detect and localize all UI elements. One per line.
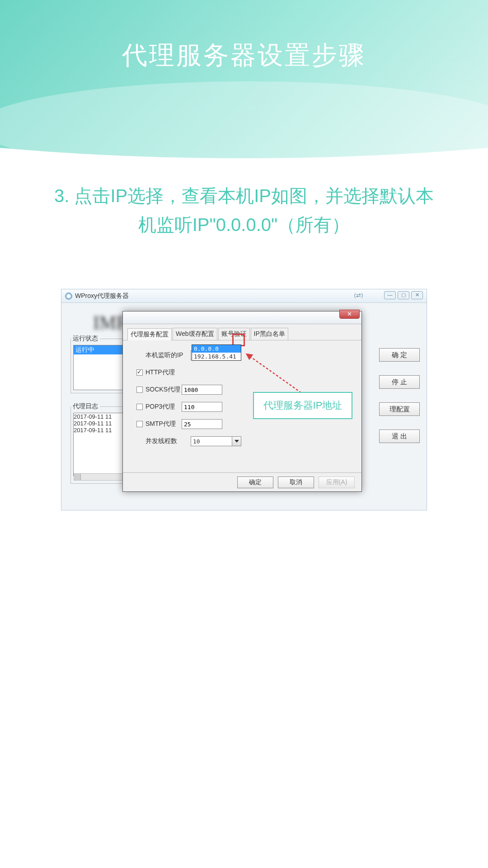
row-listen-ip: 本机监听的IP 0.0.0.0 <box>136 349 348 361</box>
dialog-close-button[interactable]: ✕ <box>339 310 360 319</box>
socks-port-input[interactable] <box>182 385 222 395</box>
maximize-button[interactable]: ▢ <box>398 291 409 299</box>
ip-option-all[interactable]: 0.0.0.0 <box>192 345 241 353</box>
log-entry: 2017-09-11 11 <box>74 427 126 434</box>
dialog-ok-button[interactable]: 确定 <box>237 476 273 488</box>
threads-select[interactable]: 10 <box>191 436 241 446</box>
pop3-port-input[interactable] <box>182 402 222 412</box>
smtp-checkbox[interactable] <box>136 421 143 427</box>
pop3-label: POP3代理 <box>145 403 182 411</box>
tab-ip-list[interactable]: IP黑白名单 <box>251 328 288 340</box>
ip-option-local[interactable]: 192.168.5.41 <box>192 353 241 360</box>
ok-button[interactable]: 确 定 <box>379 348 420 362</box>
screenshot-wproxy-window: WProxy代理服务器 ⟨⇄⟩ — ▢ ✕ IMFirewall 运行状态 运行… <box>61 289 427 510</box>
minimize-button[interactable]: — <box>384 291 396 299</box>
ip-dropdown-list[interactable]: 0.0.0.0 192.168.5.41 <box>192 344 241 361</box>
threads-value: 10 <box>191 438 232 445</box>
tab-proxy-config[interactable]: 代理服务配置 <box>127 328 172 340</box>
status-listbox[interactable]: 运行中 <box>73 345 127 390</box>
row-threads: 并发线程数 10 <box>136 435 348 447</box>
dialog-footer: 确定 取消 应用(A) <box>123 472 361 491</box>
window-title: WProxy代理服务器 <box>75 292 129 300</box>
tab-account-auth[interactable]: 账号验证 <box>218 328 250 340</box>
settings-dialog: ✕ 代理服务配置 Web缓存配置 账号验证 IP黑白名单 本机监听的IP 0.0… <box>122 311 362 492</box>
log-entry: 2017-09-11 11 <box>74 420 126 427</box>
page-title: 代理服务器设置步骤 <box>0 0 488 73</box>
dialog-tabs: 代理服务配置 Web缓存配置 账号验证 IP黑白名单 <box>123 324 361 340</box>
row-smtp-proxy: SMTP代理 <box>136 418 348 430</box>
row-http-proxy: HTTP代理 <box>136 367 348 378</box>
smtp-label: SMTP代理 <box>145 420 182 428</box>
app-icon <box>65 292 72 300</box>
toolbar-link-icon[interactable]: ⟨⇄⟩ <box>354 292 363 299</box>
socks-checkbox[interactable] <box>136 387 143 393</box>
status-legend: 运行状态 <box>71 335 100 343</box>
threads-label: 并发线程数 <box>145 437 191 445</box>
socks-label: SOCKS代理 <box>145 386 182 394</box>
stop-button[interactable]: 停 止 <box>379 375 420 389</box>
log-entry: 2017-09-11 11 <box>74 413 126 420</box>
close-window-button[interactable]: ✕ <box>411 291 423 299</box>
log-legend: 代理日志 <box>71 402 100 410</box>
dialog-titlebar[interactable]: ✕ <box>123 311 361 324</box>
side-button-panel: 确 定 停 止 理配置 退 出 <box>379 348 420 443</box>
window-titlebar[interactable]: WProxy代理服务器 ⟨⇄⟩ — ▢ ✕ <box>61 289 427 303</box>
http-label: HTTP代理 <box>145 368 182 377</box>
dialog-apply-button: 应用(A) <box>319 476 355 488</box>
tab-web-cache[interactable]: Web缓存配置 <box>173 328 217 340</box>
status-item-running[interactable]: 运行中 <box>74 345 126 354</box>
smtp-port-input[interactable] <box>182 419 222 429</box>
scrollbar-thumb[interactable] <box>74 474 81 480</box>
exit-button[interactable]: 退 出 <box>379 429 420 443</box>
http-checkbox[interactable] <box>136 369 143 376</box>
status-fieldset: 运行状态 运行中 <box>70 335 129 393</box>
config-button[interactable]: 理配置 <box>379 402 420 416</box>
dialog-cancel-button[interactable]: 取消 <box>278 476 314 488</box>
listen-ip-label: 本机监听的IP <box>145 351 191 359</box>
horizontal-scrollbar[interactable] <box>74 473 126 481</box>
main-window-body: IMFirewall 运行状态 运行中 代理日志 2017-09-11 11 2… <box>61 303 427 510</box>
window-controls: — ▢ ✕ <box>384 291 423 299</box>
instruction-step-3: 3. 点击IP选择，查看本机IP如图，并选择默认本机监听IP"0.0.0.0"（… <box>0 181 488 239</box>
log-listbox[interactable]: 2017-09-11 11 2017-09-11 11 2017-09-11 1… <box>73 413 127 476</box>
wave-decoration <box>0 81 488 172</box>
log-fieldset: 代理日志 2017-09-11 11 2017-09-11 11 2017-09… <box>70 402 129 484</box>
callout-proxy-ip: 代理服务器IP地址 <box>253 392 352 419</box>
dropdown-arrow-icon[interactable] <box>232 437 241 446</box>
pop3-checkbox[interactable] <box>136 404 143 410</box>
